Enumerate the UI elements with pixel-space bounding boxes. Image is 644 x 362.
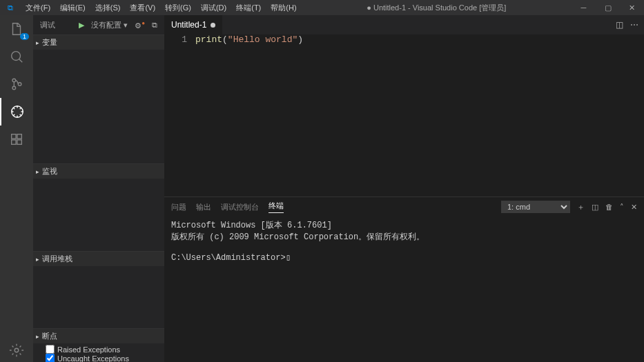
- svg-rect-6: [17, 134, 21, 139]
- terminal-select[interactable]: 1: cmd: [501, 201, 570, 213]
- minimize-button[interactable]: ─: [572, 0, 596, 15]
- activity-settings-icon[interactable]: [0, 336, 33, 362]
- activity-scm-icon[interactable]: [0, 70, 33, 98]
- maximize-button[interactable]: ▢: [596, 0, 620, 15]
- panel-tab-output[interactable]: 输出: [196, 202, 211, 212]
- tab-untitled-1[interactable]: Untitled-1: [164, 15, 223, 34]
- explorer-badge: 1: [20, 33, 29, 40]
- svg-point-9: [14, 348, 19, 352]
- section-callstack: ▸调用堆栈: [33, 251, 164, 328]
- line-number: 1: [164, 34, 195, 197]
- menu-help[interactable]: 帮助(H): [266, 3, 301, 13]
- config-dropdown[interactable]: 没有配置 ▾: [91, 20, 128, 30]
- side-panel: 调试 ▶ 没有配置 ▾ ⚙● ⧉ ▸变量 ▸监视 ▸调用堆栈 ▸断点 Raise…: [33, 15, 164, 362]
- close-button[interactable]: ✕: [620, 0, 644, 15]
- gear-icon[interactable]: ⚙●: [135, 20, 145, 30]
- menu-edit[interactable]: 编辑(E): [55, 3, 90, 13]
- title-bar: ⧉ 文件(F) 编辑(E) 选择(S) 查看(V) 转到(G) 调试(D) 终端…: [0, 0, 644, 15]
- activity-debug-icon[interactable]: [0, 98, 33, 125]
- menu-terminal[interactable]: 终端(T): [231, 3, 266, 13]
- main-area: 1 调试 ▶ 没有配置 ▾ ⚙● ⧉ ▸变量 ▸监视 ▸调用堆栈: [0, 15, 644, 362]
- section-watch-header[interactable]: ▸监视: [33, 164, 164, 179]
- window-title: ● Untitled-1 - Visual Studio Code [管理员]: [302, 3, 572, 13]
- tab-label: Untitled-1: [171, 20, 206, 30]
- section-watch: ▸监视: [33, 163, 164, 251]
- more-actions-icon[interactable]: ⋯: [630, 20, 638, 30]
- code-line-1[interactable]: print("Hello world"): [195, 34, 303, 197]
- svg-rect-8: [17, 140, 21, 144]
- panel-tab-terminal[interactable]: 终端: [269, 201, 284, 213]
- tabs-row: Untitled-1 ◫ ⋯: [164, 15, 644, 34]
- svg-point-0: [12, 52, 21, 61]
- section-breakpoints-header[interactable]: ▸断点: [33, 329, 164, 343]
- terminal-body[interactable]: Microsoft Windows [版本 6.1.7601] 版权所有 (c)…: [164, 217, 644, 362]
- bottom-panel: 问题 输出 调试控制台 终端 1: cmd ＋ ◫ 🗑 ˄ ✕ Microsof…: [164, 197, 644, 362]
- new-terminal-icon[interactable]: ＋: [577, 202, 585, 212]
- split-editor-icon[interactable]: ◫: [616, 20, 623, 30]
- menu-view[interactable]: 查看(V): [125, 3, 160, 13]
- activity-explorer-icon[interactable]: 1: [0, 15, 33, 43]
- tab-dirty-dot-icon: [211, 23, 215, 28]
- section-variables: ▸变量: [33, 34, 164, 163]
- section-breakpoints: ▸断点 Raised Exceptions Uncaught Exception…: [33, 328, 164, 362]
- menu-select[interactable]: 选择(S): [90, 3, 126, 13]
- panel-tab-debug-console[interactable]: 调试控制台: [221, 202, 259, 212]
- activity-search-icon[interactable]: [0, 43, 33, 70]
- side-title: 调试: [40, 20, 79, 30]
- breakpoint-raised[interactable]: Raised Exceptions: [46, 345, 152, 354]
- svg-point-1: [12, 79, 16, 82]
- debug-console-icon[interactable]: ⧉: [152, 21, 157, 30]
- activity-bar: 1: [0, 15, 33, 362]
- section-variables-header[interactable]: ▸变量: [33, 35, 164, 50]
- vscode-logo-icon: ⧉: [0, 3, 21, 12]
- menu-goto[interactable]: 转到(G): [160, 3, 196, 13]
- section-callstack-header[interactable]: ▸调用堆栈: [33, 252, 164, 266]
- bp-raised-checkbox[interactable]: [46, 345, 55, 354]
- side-header: 调试 ▶ 没有配置 ▾ ⚙● ⧉: [33, 15, 164, 34]
- close-panel-icon[interactable]: ✕: [631, 203, 637, 212]
- menu-file[interactable]: 文件(F): [21, 3, 55, 13]
- svg-rect-5: [12, 134, 16, 139]
- menu-debug[interactable]: 调试(D): [196, 3, 231, 13]
- bp-uncaught-checkbox[interactable]: [46, 354, 55, 362]
- svg-rect-7: [12, 140, 16, 144]
- panel-tabs: 问题 输出 调试控制台 终端 1: cmd ＋ ◫ 🗑 ˄ ✕: [164, 197, 644, 217]
- breakpoint-uncaught[interactable]: Uncaught Exceptions: [46, 354, 152, 362]
- maximize-panel-icon[interactable]: ˄: [620, 203, 624, 212]
- svg-point-2: [12, 86, 16, 90]
- panel-tab-problems[interactable]: 问题: [171, 202, 186, 212]
- editor-area: Untitled-1 ◫ ⋯ 1 print("Hello world") 问题…: [164, 15, 644, 362]
- activity-extensions-icon[interactable]: [0, 125, 33, 153]
- start-debug-icon[interactable]: ▶: [79, 21, 84, 30]
- svg-point-3: [18, 83, 21, 86]
- split-terminal-icon[interactable]: ◫: [592, 203, 598, 212]
- editor-body[interactable]: 1 print("Hello world"): [164, 34, 644, 197]
- kill-terminal-icon[interactable]: 🗑: [605, 203, 613, 211]
